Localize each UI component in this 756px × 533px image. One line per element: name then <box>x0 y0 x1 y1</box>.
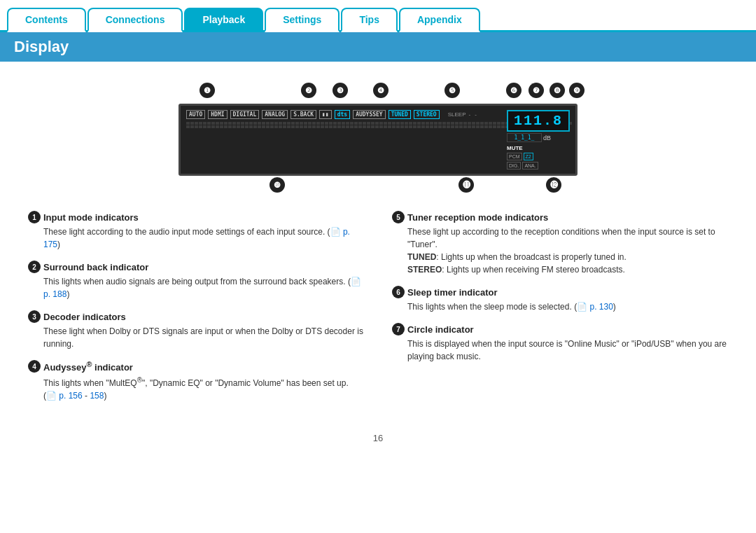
bubble-1: ❶ <box>200 83 215 98</box>
bubble-9: ❾ <box>569 83 584 98</box>
desc-text-4: This lights when "MultEQ®", "Dynamic EQ"… <box>28 375 364 402</box>
desc-title-5: 5 Tuner reception mode indicators <box>392 211 728 223</box>
bubble-11: ⓫ <box>458 177 474 193</box>
num-circle-7: 7 <box>392 323 405 335</box>
tag-hdmi: HDMI <box>208 110 227 119</box>
num-circle-5: 5 <box>392 211 405 223</box>
tag-tuned: TUNED <box>388 110 411 119</box>
tag-ana: ANA. <box>522 162 538 169</box>
display-right-col: 111.8 1̲1̲1̲ dB MUTE PCM Z2 <box>503 110 570 169</box>
bubble-10: ❿ <box>270 177 285 193</box>
vol-sub-display: 1̲1̲1̲ <box>507 133 542 142</box>
desc-title-4: 4 Audyssey® indicator <box>28 360 364 373</box>
status-tags-row: PCM Z2 <box>507 153 570 160</box>
desc-columns: 1 Input mode indicators These light acco… <box>28 211 728 412</box>
desc-text-7: This is displayed when the input source … <box>392 338 728 363</box>
display-top-row: AUTO HDMI DIGITAL ANALOG S.BACK ▮▮ dts A… <box>186 110 498 119</box>
page-title: Display <box>0 32 756 62</box>
bubble-7: ❼ <box>528 83 544 98</box>
desc-text-2: This lights when audio signals are being… <box>28 275 364 300</box>
desc-col-left: 1 Input mode indicators These light acco… <box>28 211 364 412</box>
vol-display: 111.8 <box>507 110 570 132</box>
mute-label: MUTE <box>507 145 523 151</box>
bubble-2: ❷ <box>301 83 316 98</box>
display-container: ❶ ❷ ❸ ❹ ❺ ❻ ❼ ❽ ❾ AUTO HDMI DIGITAL <box>161 83 595 197</box>
tag-dd: ▮▮ <box>319 110 332 119</box>
segment-bars: // This will be rendered as inline style… <box>186 122 498 128</box>
main-content: ❶ ❷ ❸ ❹ ❺ ❻ ❼ ❽ ❾ AUTO HDMI DIGITAL <box>0 62 756 457</box>
num-circle-2: 2 <box>28 261 41 273</box>
desc-col-right: 5 Tuner reception mode indicators These … <box>392 211 728 412</box>
desc-title-1: 1 Input mode indicators <box>28 211 364 223</box>
num-circle-3: 3 <box>28 310 41 323</box>
bubble-12: ⓬ <box>546 177 561 193</box>
tag-analog: ANALOG <box>262 110 288 119</box>
page-number: 16 <box>28 433 728 443</box>
display-panel: AUTO HDMI DIGITAL ANALOG S.BACK ▮▮ dts A… <box>178 104 578 176</box>
nav-tabs: Contents Connections Playback Settings T… <box>0 0 756 32</box>
desc-item-1: 1 Input mode indicators These light acco… <box>28 211 364 251</box>
num-circle-6: 6 <box>392 286 405 298</box>
diagram-area: ❶ ❷ ❸ ❹ ❺ ❻ ❼ ❽ ❾ AUTO HDMI DIGITAL <box>28 83 728 197</box>
bubbles-top-row: ❶ ❷ ❸ ❹ ❺ ❻ ❼ ❽ ❾ <box>178 83 578 102</box>
desc-text-1: These light according to the audio input… <box>28 226 364 251</box>
tab-connections[interactable]: Connections <box>88 8 183 32</box>
tab-playback[interactable]: Playback <box>184 8 263 32</box>
bubble-6: ❻ <box>506 83 522 98</box>
sleep-label: SLEEP <box>448 111 466 118</box>
desc-item-2: 2 Surround back indicator This lights wh… <box>28 261 364 300</box>
desc-item-4: 4 Audyssey® indicator This lights when "… <box>28 360 364 402</box>
bubbles-bottom-row: ❿ ⓫ ⓬ <box>178 177 578 197</box>
desc-item-5: 5 Tuner reception mode indicators These … <box>392 211 728 276</box>
desc-title-7: 7 Circle indicator <box>392 323 728 335</box>
tag-stereo: STEREO <box>414 110 440 119</box>
tag-digital: DIGITAL <box>230 110 260 119</box>
num-circle-1: 1 <box>28 211 41 223</box>
num-circle-4: 4 <box>28 360 41 373</box>
desc-item-6: 6 Sleep timer indicator This lights when… <box>392 286 728 313</box>
desc-item-7: 7 Circle indicator This is displayed whe… <box>392 323 728 363</box>
bubble-4: ❹ <box>373 83 388 98</box>
bubble-3: ❸ <box>332 83 348 98</box>
desc-item-3: 3 Decoder indicators These light when Do… <box>28 310 364 350</box>
tab-settings[interactable]: Settings <box>265 8 340 32</box>
tag-dts: dts <box>335 110 350 119</box>
bubble-5: ❺ <box>444 83 460 98</box>
desc-text-5: These light up according to the receptio… <box>392 226 728 276</box>
desc-title-2: 2 Surround back indicator <box>28 261 364 273</box>
tag-dig: DIG. <box>507 162 521 169</box>
tag-sback: S.BACK <box>290 110 316 119</box>
tab-contents[interactable]: Contents <box>7 8 86 32</box>
bubble-8: ❽ <box>550 83 565 98</box>
desc-title-6: 6 Sleep timer indicator <box>392 286 728 298</box>
db-label: dB <box>543 134 551 141</box>
tag-pcm: PCM <box>507 153 522 160</box>
tag-z2: Z2 <box>524 153 533 160</box>
status-tags-row2: DIG. ANA. <box>507 162 570 169</box>
tag-auto: AUTO <box>186 110 205 119</box>
tab-tips[interactable]: Tips <box>341 8 398 32</box>
tag-audyssey: AUDYSSEY <box>353 110 386 119</box>
desc-text-6: This lights when the sleep mode is selec… <box>392 300 728 313</box>
tab-appendix[interactable]: Appendix <box>399 8 480 32</box>
mute-row: MUTE <box>507 145 570 151</box>
desc-title-3: 3 Decoder indicators <box>28 310 364 323</box>
sleep-dashes: - - <box>468 111 478 118</box>
desc-text-3: These light when Dolby or DTS signals ar… <box>28 325 364 350</box>
